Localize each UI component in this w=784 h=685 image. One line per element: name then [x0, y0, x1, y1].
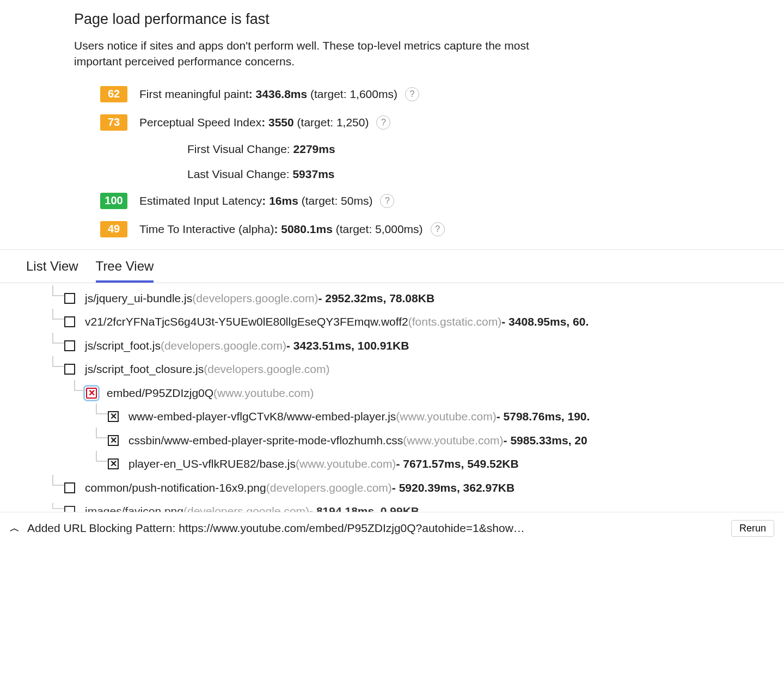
- rerun-button[interactable]: Rerun: [731, 520, 774, 537]
- tree-file-name: js/jquery_ui-bundle.js: [85, 290, 192, 307]
- help-icon[interactable]: ?: [405, 87, 419, 101]
- tree-domain: (www.youtube.com): [296, 455, 396, 473]
- status-bar: ︿ Added URL Blocking Pattern: https://ww…: [0, 512, 784, 545]
- tree-file-name: player-en_US-vflkRUE82/base.js: [128, 455, 296, 473]
- tree-view-panel: js/jquery_ui-bundle.js (developers.googl…: [0, 283, 784, 512]
- tree-stats: - 5985.33ms, 20: [504, 432, 587, 449]
- help-icon[interactable]: ?: [376, 115, 390, 130]
- tree-stats: - 5798.76ms, 190.: [497, 408, 590, 425]
- tab-list-view[interactable]: List View: [26, 250, 78, 283]
- tree-file-name: common/push-notification-16x9.png: [85, 479, 266, 497]
- tree-file-name: images/favicon.png: [85, 503, 183, 512]
- sub-metric-row: First Visual Change: 2279ms: [187, 143, 784, 156]
- tree-connector: [96, 451, 108, 462]
- tree-row[interactable]: js/script_foot.js (developers.google.com…: [26, 337, 784, 354]
- tree-row[interactable]: www-embed-player-vflgCTvK8/www-embed-pla…: [26, 408, 784, 425]
- tree-checkbox-icon[interactable]: [64, 364, 75, 375]
- tree-connector: [96, 427, 108, 438]
- tree-connector: [52, 503, 64, 509]
- tree-domain: (www.youtube.com): [396, 408, 496, 425]
- score-badge: 73: [100, 114, 127, 131]
- tree-checkbox-icon[interactable]: [108, 458, 119, 469]
- tab-tree-view[interactable]: Tree View: [96, 250, 154, 283]
- tree-checkbox-icon[interactable]: [64, 340, 75, 351]
- metric-row: 73Perceptual Speed Index: 3550 (target: …: [100, 114, 784, 131]
- tree-checkbox-icon[interactable]: [108, 435, 119, 446]
- sub-metrics: First Visual Change: 2279msLast Visual C…: [187, 143, 784, 181]
- metric-value: : 3436.8ms: [249, 88, 310, 100]
- metric-target: (target: 50ms): [302, 194, 373, 207]
- score-badge: 49: [100, 221, 127, 237]
- tree-domain: (www.youtube.com): [403, 432, 503, 449]
- tree-file-name: www-embed-player-vflgCTvK8/www-embed-pla…: [128, 408, 396, 425]
- tree-checkbox-icon[interactable]: [64, 506, 75, 512]
- tree-row[interactable]: embed/P95ZDIzjg0Q (www.youtube.com): [26, 384, 784, 402]
- tree-stats: - 5920.39ms, 362.97KB: [392, 479, 514, 497]
- status-text: Added URL Blocking Pattern: https://www.…: [27, 522, 724, 535]
- tree-checkbox-icon[interactable]: [64, 316, 75, 327]
- metric-target: (target: 5,000ms): [336, 223, 423, 235]
- tree-file-name: v21/2fcrYFNaTjcS6g4U3t-Y5UEw0lE80llgEseQ…: [85, 313, 408, 331]
- tree-stats: - 2952.32ms, 78.08KB: [318, 290, 434, 307]
- metric-target: (target: 1,250): [297, 116, 369, 129]
- metric-value: : 5080.1ms: [274, 223, 335, 235]
- tree-connector: [52, 475, 64, 486]
- tree-stats: - 8194.18ms, 0.99KB: [309, 503, 419, 512]
- page-title: Page load performance is fast: [74, 11, 784, 28]
- tree-row[interactable]: v21/2fcrYFNaTjcS6g4U3t-Y5UEw0lE80llgEseQ…: [26, 313, 784, 331]
- tree-connector: [52, 333, 64, 344]
- tree-file-name: js/script_foot.js: [85, 337, 161, 354]
- tree-domain: (developers.google.com): [183, 503, 309, 512]
- tree-row[interactable]: cssbin/www-embed-player-sprite-mode-vflo…: [26, 432, 784, 449]
- tree-connector: [74, 380, 86, 391]
- tree-checkbox-icon[interactable]: [64, 293, 75, 304]
- metric-label: Time To Interactive (alpha): 5080.1ms (t…: [139, 223, 423, 236]
- tree-connector: [52, 356, 64, 367]
- tabs-container: List View Tree View: [0, 249, 784, 283]
- sub-metric-value: 5937ms: [292, 168, 334, 180]
- tree-domain: (developers.google.com): [192, 290, 318, 307]
- tree-file-name: js/script_foot_closure.js: [85, 360, 204, 378]
- tree-stats: - 7671.57ms, 549.52KB: [396, 455, 518, 473]
- tree-row[interactable]: images/favicon.png (developers.google.co…: [26, 503, 784, 512]
- help-icon[interactable]: ?: [380, 194, 394, 208]
- tree-file-name: embed/P95ZDIzjg0Q: [107, 384, 213, 402]
- metric-label: Perceptual Speed Index: 3550 (target: 1,…: [139, 116, 369, 129]
- metric-target: (target: 1,600ms): [310, 88, 397, 100]
- tree-checkbox-icon[interactable]: [86, 388, 97, 399]
- metric-row: 62First meaningful paint: 3436.8ms (targ…: [100, 86, 784, 102]
- tree-connector: [52, 309, 64, 320]
- sub-metric-value: 2279ms: [293, 143, 335, 155]
- page-description: Users notice if sites and apps don't per…: [74, 38, 575, 70]
- tree-connector: [96, 403, 108, 414]
- metrics-list: 62First meaningful paint: 3436.8ms (targ…: [100, 86, 784, 237]
- tree-stats: - 3423.51ms, 100.91KB: [286, 337, 409, 354]
- metric-label: Estimated Input Latency: 16ms (target: 5…: [139, 194, 372, 207]
- tree-domain: (developers.google.com): [204, 360, 329, 378]
- chevron-up-icon[interactable]: ︿: [10, 522, 20, 535]
- tree-checkbox-icon[interactable]: [108, 411, 119, 422]
- score-badge: 62: [100, 86, 127, 102]
- tree-file-name: cssbin/www-embed-player-sprite-mode-vflo…: [128, 432, 403, 449]
- metric-label: First meaningful paint: 3436.8ms (target…: [139, 88, 397, 101]
- tree-connector: [52, 285, 64, 296]
- tree-row[interactable]: common/push-notification-16x9.png (devel…: [26, 479, 784, 497]
- tree-domain: (fonts.gstatic.com): [408, 313, 502, 331]
- tree-stats: - 3408.95ms, 60.: [501, 313, 589, 331]
- tree-domain: (www.youtube.com): [213, 384, 314, 402]
- metric-value: : 3550: [261, 116, 297, 129]
- tree-row[interactable]: js/script_foot_closure.js (developers.go…: [26, 360, 784, 378]
- metric-row: 100Estimated Input Latency: 16ms (target…: [100, 193, 784, 209]
- sub-metric-row: Last Visual Change: 5937ms: [187, 168, 784, 181]
- tree-checkbox-icon[interactable]: [64, 482, 75, 493]
- tree-row[interactable]: player-en_US-vflkRUE82/base.js (www.yout…: [26, 455, 784, 473]
- help-icon[interactable]: ?: [431, 222, 445, 236]
- tree-domain: (developers.google.com): [266, 479, 392, 497]
- metric-row: 49Time To Interactive (alpha): 5080.1ms …: [100, 221, 784, 237]
- tree-row[interactable]: js/jquery_ui-bundle.js (developers.googl…: [26, 290, 784, 307]
- tree-domain: (developers.google.com): [161, 337, 286, 354]
- score-badge: 100: [100, 193, 127, 209]
- metric-value: : 16ms: [262, 194, 301, 207]
